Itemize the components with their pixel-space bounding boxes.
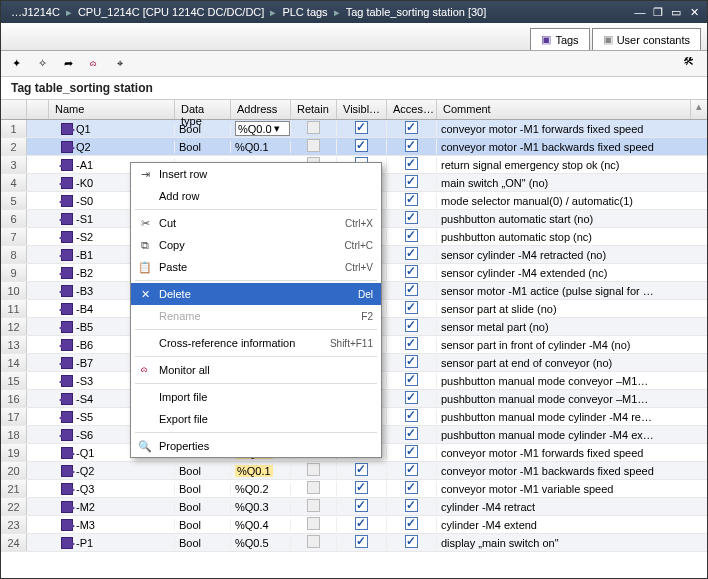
cell-datatype[interactable]: Bool [175, 141, 231, 153]
cell-access[interactable] [387, 211, 437, 226]
cell-visible[interactable] [337, 481, 387, 496]
cell-access[interactable] [387, 247, 437, 262]
cell-access[interactable] [387, 121, 437, 136]
table-row[interactable]: 21-Q3Bool%Q0.2conveyor motor -M1 variabl… [1, 480, 707, 498]
cell-address[interactable]: %Q0.3 [231, 501, 291, 513]
cell-access[interactable] [387, 283, 437, 298]
ctx-add-row[interactable]: Add row [131, 185, 381, 207]
access-checkbox[interactable] [405, 445, 418, 458]
access-checkbox[interactable] [405, 121, 418, 134]
cell-comment[interactable]: sensor part at slide (no) [437, 303, 707, 315]
cell-comment[interactable]: sensor part in front of cylinder -M4 (no… [437, 339, 707, 351]
cell-access[interactable] [387, 445, 437, 460]
row-number[interactable]: 23 [1, 516, 27, 533]
window-min-icon[interactable]: — [631, 4, 649, 20]
ctx-paste[interactable]: 📋PasteCtrl+V [131, 256, 381, 278]
cell-access[interactable] [387, 535, 437, 550]
row-number[interactable]: 13 [1, 336, 27, 353]
cell-access[interactable] [387, 391, 437, 406]
window-restore-icon[interactable]: ❐ [649, 4, 667, 20]
cell-comment[interactable]: cylinder -M4 extend [437, 519, 707, 531]
col-visible[interactable]: Visibl… [337, 100, 387, 119]
row-number[interactable]: 3 [1, 156, 27, 173]
breadcrumb-2[interactable]: CPU_1214C [CPU 1214C DC/DC/DC] [72, 6, 270, 18]
cell-comment[interactable]: conveyor motor -M1 variable speed [437, 483, 707, 495]
cell-visible[interactable] [337, 121, 387, 136]
cell-access[interactable] [387, 499, 437, 514]
window-close-icon[interactable]: ✕ [685, 4, 703, 20]
table-row[interactable]: 20-Q2Bool%Q0.1conveyor motor -M1 backwar… [1, 462, 707, 480]
row-number[interactable]: 2 [1, 138, 27, 155]
col-name[interactable]: Name [49, 100, 175, 119]
scroll-up-icon[interactable]: ▴ [691, 100, 707, 119]
cell-access[interactable] [387, 427, 437, 442]
cell-comment[interactable]: display „main switch on" [437, 537, 707, 549]
dropdown-icon[interactable]: ▾ [274, 122, 280, 135]
cell-datatype[interactable]: Bool [175, 483, 231, 495]
access-checkbox[interactable] [405, 157, 418, 170]
cell-address[interactable]: %Q0.0 ▾ [231, 121, 291, 136]
ctx-export-file[interactable]: Export file [131, 408, 381, 430]
cell-comment[interactable]: conveyor motor -M1 forwards fixed speed [437, 123, 707, 135]
ctx-import-file[interactable]: Import file [131, 386, 381, 408]
visible-checkbox[interactable] [355, 139, 368, 152]
cell-visible[interactable] [337, 499, 387, 514]
cell-access[interactable] [387, 193, 437, 208]
cell-comment[interactable]: sensor cylinder -M4 extended (nc) [437, 267, 707, 279]
row-number[interactable]: 24 [1, 534, 27, 551]
table-row[interactable]: 22-M2Bool%Q0.3cylinder -M4 retract [1, 498, 707, 516]
cell-comment[interactable]: conveyor motor -M1 backwards fixed speed [437, 141, 707, 153]
table-row[interactable]: 24-P1Bool%Q0.5display „main switch on" [1, 534, 707, 552]
access-checkbox[interactable] [405, 301, 418, 314]
cell-comment[interactable]: mode selector manual(0) / automatic(1) [437, 195, 707, 207]
row-number[interactable]: 15 [1, 372, 27, 389]
row-number[interactable]: 19 [1, 444, 27, 461]
row-number[interactable]: 10 [1, 282, 27, 299]
tool-new-tag-icon[interactable]: ✧ [33, 55, 51, 73]
cell-comment[interactable]: return signal emergency stop ok (nc) [437, 159, 707, 171]
cell-access[interactable] [387, 373, 437, 388]
row-number[interactable]: 11 [1, 300, 27, 317]
row-number[interactable]: 14 [1, 354, 27, 371]
access-checkbox[interactable] [405, 409, 418, 422]
access-checkbox[interactable] [405, 481, 418, 494]
cell-address[interactable]: %Q0.1 [231, 465, 291, 477]
access-checkbox[interactable] [405, 139, 418, 152]
cell-access[interactable] [387, 265, 437, 280]
breadcrumb-3[interactable]: PLC tags [276, 6, 333, 18]
col-address[interactable]: Address [231, 100, 291, 119]
cell-comment[interactable]: conveyor motor -M1 forwards fixed speed [437, 447, 707, 459]
row-number[interactable]: 21 [1, 480, 27, 497]
tab-tags[interactable]: ▣Tags [530, 28, 589, 50]
cell-datatype[interactable]: Bool [175, 537, 231, 549]
cell-access[interactable] [387, 157, 437, 172]
ctx-monitor-all[interactable]: ᯅMonitor all [131, 359, 381, 381]
tool-settings-icon[interactable]: 🛠 [683, 55, 701, 73]
cell-comment[interactable]: sensor motor -M1 actice (pulse signal fo… [437, 285, 707, 297]
access-checkbox[interactable] [405, 463, 418, 476]
cell-address[interactable]: %Q0.5 [231, 537, 291, 549]
access-checkbox[interactable] [405, 229, 418, 242]
ctx-copy[interactable]: ⧉CopyCtrl+C [131, 234, 381, 256]
ctx-xref[interactable]: Cross-reference informationShift+F11 [131, 332, 381, 354]
access-checkbox[interactable] [405, 211, 418, 224]
cell-name[interactable]: -Q2 [49, 465, 175, 477]
cell-name[interactable]: -Q3 [49, 483, 175, 495]
cell-access[interactable] [387, 409, 437, 424]
tab-user-constants[interactable]: ▣User constants [592, 28, 701, 50]
access-checkbox[interactable] [405, 265, 418, 278]
tool-filter-icon[interactable]: ⌖ [111, 55, 129, 73]
breadcrumb-1[interactable]: …J1214C [5, 6, 66, 18]
access-checkbox[interactable] [405, 373, 418, 386]
row-number[interactable]: 20 [1, 462, 27, 479]
row-number[interactable]: 8 [1, 246, 27, 263]
cell-visible[interactable] [337, 463, 387, 478]
table-row[interactable]: 2Q2Bool%Q0.1conveyor motor -M1 backwards… [1, 138, 707, 156]
ctx-delete[interactable]: ✕DeleteDel [131, 283, 381, 305]
cell-datatype[interactable]: Bool [175, 501, 231, 513]
cell-name[interactable]: -M2 [49, 501, 175, 513]
access-checkbox[interactable] [405, 355, 418, 368]
cell-comment[interactable]: pushbutton manual mode cylinder -M4 re… [437, 411, 707, 423]
cell-comment[interactable]: pushbutton manual mode conveyor –M1… [437, 375, 707, 387]
visible-checkbox[interactable] [355, 121, 368, 134]
